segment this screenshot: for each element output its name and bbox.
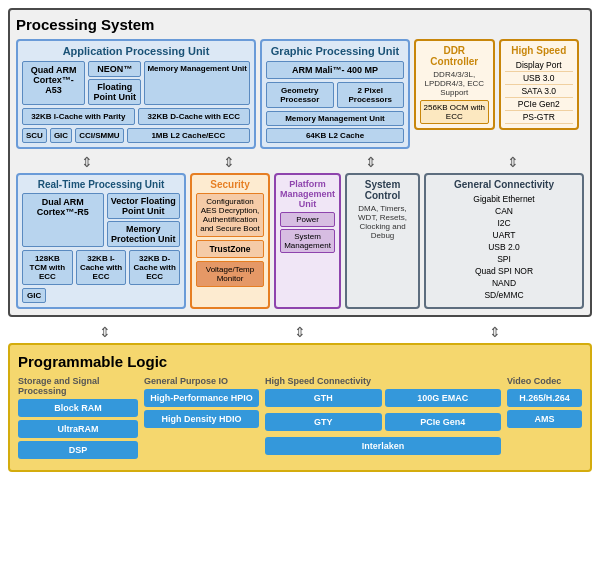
rpu-dcache: 32KB D-Cache with ECC bbox=[129, 250, 180, 285]
pl-video: Video Codec H.265/H.264 AMS bbox=[507, 376, 582, 462]
sc-title: System Control bbox=[351, 179, 414, 201]
sc-content: DMA, Timers, WDT, Resets, Clocking and D… bbox=[351, 204, 414, 240]
gc-qspi: Quad SPI NOR bbox=[430, 265, 578, 277]
gc-box: General Connectivity Gigabit Ethernet CA… bbox=[424, 173, 584, 309]
rpu-cache-row: 128KB TCM with ECC 32KB I-Cache with ECC… bbox=[22, 250, 180, 285]
gpu-title: Graphic Processing Unit bbox=[266, 45, 404, 57]
gc-nand: NAND bbox=[430, 277, 578, 289]
ddr-ocm: 256KB OCM with ECC bbox=[420, 100, 489, 124]
pl-video-title: Video Codec bbox=[507, 376, 582, 386]
gc-i2c: I2C bbox=[430, 217, 578, 229]
apu-gic: GIC bbox=[50, 128, 72, 143]
pl-row: Storage and Signal Processing Block RAM … bbox=[18, 376, 582, 462]
pl-section: Programmable Logic Storage and Signal Pr… bbox=[8, 343, 592, 472]
arrows-row: ⇕ ⇕ ⇕ ⇕ bbox=[16, 153, 584, 171]
hs-psgtr: PS-GTR bbox=[505, 111, 574, 124]
gpu-mali: ARM Mali™- 400 MP bbox=[266, 61, 404, 79]
main-container: Processing System Application Processing… bbox=[0, 0, 600, 480]
ddr-title: DDR Controller bbox=[420, 45, 489, 67]
apu-dcache: 32KB D-Cache with ECC bbox=[138, 108, 251, 125]
apu-title: Application Processing Unit bbox=[22, 45, 250, 57]
ddr-content: DDR4/3/3L, LPDDR4/3, ECC Support bbox=[420, 70, 489, 97]
gc-sd: SD/eMMC bbox=[430, 289, 578, 301]
gc-eth: Gigabit Ethernet bbox=[430, 193, 578, 205]
pl-arrow-2: ⇕ bbox=[294, 325, 306, 339]
pmu-title: Platform Management Unit bbox=[280, 179, 335, 209]
security-aes: Configuration AES Decryption, Authentifi… bbox=[196, 193, 264, 237]
apu-fpu: Floating Point Unit bbox=[88, 79, 141, 105]
pmu-box: Platform Management Unit Power System Ma… bbox=[274, 173, 341, 309]
apu-icache: 32KB I-Cache with Parity bbox=[22, 108, 135, 125]
pl-hpio: High-Performance HPIO bbox=[144, 389, 259, 407]
ps-top-row: Application Processing Unit Quad ARM Cor… bbox=[16, 39, 584, 149]
gc-can: CAN bbox=[430, 205, 578, 217]
rpu-row1: Dual ARM Cortex™-R5 Vector Floating Poin… bbox=[22, 193, 180, 247]
apu-row3: SCU GIC CCI/SMMU 1MB L2 Cache/ECC bbox=[22, 128, 250, 143]
pl-arrow-3: ⇕ bbox=[489, 325, 501, 339]
security-box: Security Configuration AES Decryption, A… bbox=[190, 173, 270, 309]
gpu-mmu: Memory Management Unit bbox=[266, 111, 404, 126]
hs-pcie: PCIe Gen2 bbox=[505, 98, 574, 111]
gc-uart: UART bbox=[430, 229, 578, 241]
hs-title: High Speed bbox=[505, 45, 574, 56]
pl-gpio: General Purpose IO High-Performance HPIO… bbox=[144, 376, 259, 462]
rpu-mp: Memory Protection Unit bbox=[107, 221, 181, 247]
sc-box: System Control DMA, Timers, WDT, Resets,… bbox=[345, 173, 420, 309]
security-vt: Voltage/Temp Monitor bbox=[196, 261, 264, 287]
pl-storage: Storage and Signal Processing Block RAM … bbox=[18, 376, 138, 462]
pl-h265: H.265/H.264 bbox=[507, 389, 582, 407]
apu-box: Application Processing Unit Quad ARM Cor… bbox=[16, 39, 256, 149]
ps-bottom-row: Real-Time Processing Unit Dual ARM Corte… bbox=[16, 173, 584, 309]
pl-gty: GTY bbox=[265, 413, 382, 431]
rpu-cortex: Dual ARM Cortex™-R5 bbox=[22, 193, 104, 247]
hs-usb3: USB 3.0 bbox=[505, 72, 574, 85]
pl-interlaken: Interlaken bbox=[265, 437, 501, 455]
pl-gth: GTH bbox=[265, 389, 382, 407]
pl-gpio-title: General Purpose IO bbox=[144, 376, 259, 386]
rpu-icache: 32KB I-Cache with ECC bbox=[76, 250, 127, 285]
apu-cortex: Quad ARM Cortex™-A53 bbox=[22, 61, 85, 105]
hs-box: High Speed Display Port USB 3.0 SATA 3.0… bbox=[499, 39, 580, 130]
ddr-box: DDR Controller DDR4/3/3L, LPDDR4/3, ECC … bbox=[414, 39, 495, 130]
gpu-geo: Geometry Processor bbox=[266, 82, 334, 108]
processing-system: Processing System Application Processing… bbox=[8, 8, 592, 317]
pl-blockram: Block RAM bbox=[18, 399, 138, 417]
apu-row2: 32KB I-Cache with Parity 32KB D-Cache wi… bbox=[22, 108, 250, 125]
ps-title: Processing System bbox=[16, 16, 584, 33]
pl-arrow-1: ⇕ bbox=[99, 325, 111, 339]
gc-usb2: USB 2.0 bbox=[430, 241, 578, 253]
apu-mmu: Memory Management Unit bbox=[144, 61, 250, 105]
rpu-title: Real-Time Processing Unit bbox=[22, 179, 180, 190]
arrow-1: ⇕ bbox=[81, 155, 93, 169]
arrow-4: ⇕ bbox=[507, 155, 519, 169]
pl-hdio: High Density HDIO bbox=[144, 410, 259, 428]
apu-row1: Quad ARM Cortex™-A53 NEON™ Floating Poin… bbox=[22, 61, 250, 105]
gpu-row: Geometry Processor 2 Pixel Processors bbox=[266, 82, 404, 108]
pl-ams: AMS bbox=[507, 410, 582, 428]
gc-spi: SPI bbox=[430, 253, 578, 265]
gpu-l2: 64KB L2 Cache bbox=[266, 128, 404, 143]
pl-dsp: DSP bbox=[18, 441, 138, 459]
gc-title: General Connectivity bbox=[430, 179, 578, 190]
hs-dp: Display Port bbox=[505, 59, 574, 72]
apu-neon-fpu: NEON™ Floating Point Unit bbox=[88, 61, 141, 105]
pl-pciegen4: PCIe Gen4 bbox=[385, 413, 502, 431]
pmu-power: Power bbox=[280, 212, 335, 227]
pl-hs-conn: High Speed Connectivity GTH 100G EMAC GT… bbox=[265, 376, 501, 462]
gpu-pixel: 2 Pixel Processors bbox=[337, 82, 405, 108]
gpu-box: Graphic Processing Unit ARM Mali™- 400 M… bbox=[260, 39, 410, 149]
pl-100gemac: 100G EMAC bbox=[385, 389, 502, 407]
apu-neon: NEON™ bbox=[88, 61, 141, 77]
ddr-hs-pair: DDR Controller DDR4/3/3L, LPDDR4/3, ECC … bbox=[414, 39, 579, 130]
arrow-2: ⇕ bbox=[223, 155, 235, 169]
hs-sata: SATA 3.0 bbox=[505, 85, 574, 98]
right-blocks: DDR Controller DDR4/3/3L, LPDDR4/3, ECC … bbox=[414, 39, 579, 149]
rpu-box: Real-Time Processing Unit Dual ARM Corte… bbox=[16, 173, 186, 309]
security-tz: TrustZone bbox=[196, 240, 264, 258]
rpu-gic: GIC bbox=[22, 288, 46, 303]
pl-hs-grid: GTH 100G EMAC GTY PCIe Gen4 bbox=[265, 389, 501, 434]
pl-title: Programmable Logic bbox=[18, 353, 582, 370]
apu-ccismmu: CCI/SMMU bbox=[75, 128, 123, 143]
rpu-vfp: Vector Floating Point Unit bbox=[107, 193, 181, 219]
apu-l2: 1MB L2 Cache/ECC bbox=[127, 128, 250, 143]
